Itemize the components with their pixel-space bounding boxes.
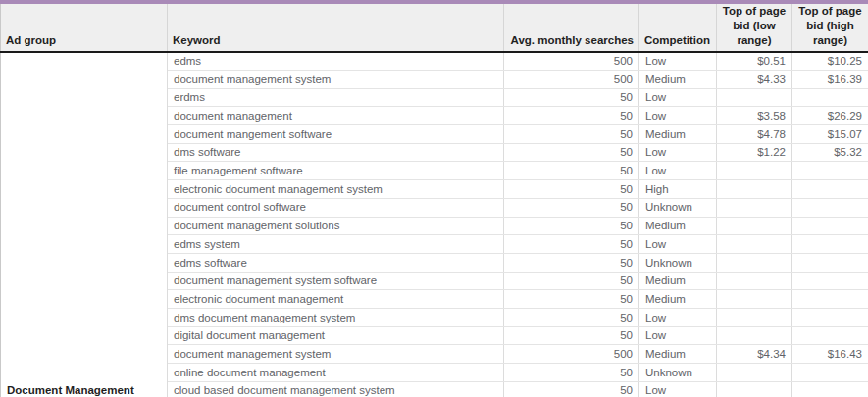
cell-bid-high[interactable]: $16.43 bbox=[792, 345, 868, 364]
cell-keyword[interactable]: document management solutions bbox=[168, 217, 504, 235]
cell-bid-low[interactable]: $4.78 bbox=[717, 125, 792, 144]
cell-bid-low[interactable] bbox=[717, 253, 792, 272]
cell-ad-group[interactable] bbox=[1, 308, 168, 326]
cell-keyword[interactable]: document mangement software bbox=[168, 125, 504, 144]
cell-competition[interactable]: Low bbox=[639, 235, 717, 254]
cell-avg-monthly-searches[interactable]: 500 bbox=[504, 71, 639, 89]
cell-bid-low[interactable]: $0.51 bbox=[717, 52, 792, 71]
cell-ad-group[interactable] bbox=[1, 180, 168, 199]
cell-competition[interactable]: Low bbox=[639, 381, 717, 397]
cell-ad-group[interactable] bbox=[1, 71, 168, 89]
cell-bid-low[interactable] bbox=[717, 217, 792, 235]
cell-competition[interactable]: Low bbox=[639, 52, 717, 71]
cell-bid-high[interactable] bbox=[792, 88, 868, 107]
cell-ad-group[interactable] bbox=[1, 345, 168, 364]
cell-avg-monthly-searches[interactable]: 50 bbox=[504, 180, 639, 199]
cell-bid-high[interactable]: $16.39 bbox=[792, 71, 868, 89]
cell-competition[interactable]: Medium bbox=[639, 272, 717, 290]
cell-bid-high[interactable] bbox=[792, 198, 868, 217]
cell-bid-low[interactable] bbox=[717, 198, 792, 217]
cell-competition[interactable]: Low bbox=[639, 308, 717, 326]
cell-ad-group[interactable] bbox=[1, 217, 168, 235]
cell-bid-low[interactable] bbox=[717, 290, 792, 309]
cell-keyword[interactable]: document management system bbox=[168, 345, 504, 364]
cell-ad-group[interactable] bbox=[1, 88, 168, 107]
cell-bid-low[interactable] bbox=[717, 308, 792, 326]
cell-keyword[interactable]: edms system bbox=[168, 235, 504, 254]
column-header-bid-low[interactable]: Top of page bid (low range) bbox=[717, 4, 792, 52]
cell-bid-high[interactable] bbox=[792, 217, 868, 235]
cell-bid-low[interactable]: $4.33 bbox=[717, 71, 792, 89]
cell-keyword[interactable]: dms software bbox=[168, 143, 504, 162]
cell-avg-monthly-searches[interactable]: 50 bbox=[504, 143, 639, 162]
cell-avg-monthly-searches[interactable]: 50 bbox=[504, 198, 639, 217]
cell-avg-monthly-searches[interactable]: 50 bbox=[504, 162, 639, 180]
cell-competition[interactable]: High bbox=[639, 180, 717, 199]
cell-competition[interactable]: Unknown bbox=[639, 198, 717, 217]
cell-competition[interactable]: Unknown bbox=[639, 364, 717, 382]
cell-competition[interactable]: Low bbox=[639, 107, 717, 125]
cell-bid-high[interactable] bbox=[792, 235, 868, 254]
cell-avg-monthly-searches[interactable]: 50 bbox=[504, 253, 639, 272]
column-header-bid-high[interactable]: Top of page bid (high range) bbox=[792, 4, 868, 52]
cell-keyword[interactable]: document management bbox=[168, 107, 504, 125]
cell-competition[interactable]: Low bbox=[639, 162, 717, 180]
cell-bid-high[interactable] bbox=[792, 308, 868, 326]
cell-ad-group[interactable] bbox=[1, 162, 168, 180]
cell-competition[interactable]: Low bbox=[639, 326, 717, 345]
cell-bid-high[interactable] bbox=[792, 180, 868, 199]
cell-ad-group[interactable] bbox=[1, 326, 168, 345]
cell-bid-low[interactable]: $3.58 bbox=[717, 107, 792, 125]
cell-bid-low[interactable] bbox=[717, 235, 792, 254]
cell-avg-monthly-searches[interactable]: 50 bbox=[504, 107, 639, 125]
cell-avg-monthly-searches[interactable]: 50 bbox=[504, 125, 639, 144]
cell-competition[interactable]: Medium bbox=[639, 290, 717, 309]
cell-bid-low[interactable] bbox=[717, 88, 792, 107]
cell-competition[interactable]: Medium bbox=[639, 345, 717, 364]
cell-bid-low[interactable]: $4.34 bbox=[717, 345, 792, 364]
cell-keyword[interactable]: digital document management bbox=[168, 326, 504, 345]
cell-bid-high[interactable] bbox=[792, 253, 868, 272]
cell-ad-group[interactable] bbox=[1, 272, 168, 290]
cell-keyword[interactable]: erdms bbox=[168, 88, 504, 107]
cell-competition[interactable]: Low bbox=[639, 88, 717, 107]
cell-bid-low[interactable] bbox=[717, 364, 792, 382]
cell-avg-monthly-searches[interactable]: 500 bbox=[504, 345, 639, 364]
cell-avg-monthly-searches[interactable]: 50 bbox=[504, 381, 639, 397]
cell-competition[interactable]: Medium bbox=[639, 71, 717, 89]
cell-keyword[interactable]: document control software bbox=[168, 198, 504, 217]
cell-keyword[interactable]: edms bbox=[168, 52, 504, 71]
cell-keyword[interactable]: edms software bbox=[168, 253, 504, 272]
cell-competition[interactable]: Medium bbox=[639, 217, 717, 235]
cell-bid-low[interactable] bbox=[717, 326, 792, 345]
cell-keyword[interactable]: document management system bbox=[168, 71, 504, 89]
cell-avg-monthly-searches[interactable]: 50 bbox=[504, 364, 639, 382]
cell-avg-monthly-searches[interactable]: 50 bbox=[504, 326, 639, 345]
cell-avg-monthly-searches[interactable]: 50 bbox=[504, 217, 639, 235]
cell-ad-group[interactable] bbox=[1, 364, 168, 382]
cell-competition[interactable]: Low bbox=[639, 143, 717, 162]
cell-bid-high[interactable] bbox=[792, 364, 868, 382]
column-header-keyword[interactable]: Keyword bbox=[168, 4, 504, 52]
cell-bid-high[interactable]: $5.32 bbox=[792, 143, 868, 162]
cell-bid-high[interactable] bbox=[792, 381, 868, 397]
cell-keyword[interactable]: document management system software bbox=[168, 272, 504, 290]
cell-competition[interactable]: Unknown bbox=[639, 253, 717, 272]
column-header-ad-group[interactable]: Ad group bbox=[1, 4, 168, 52]
cell-avg-monthly-searches[interactable]: 500 bbox=[504, 52, 639, 71]
cell-bid-low[interactable] bbox=[717, 381, 792, 397]
cell-ad-group[interactable]: Document Management bbox=[1, 381, 168, 397]
cell-bid-low[interactable] bbox=[717, 162, 792, 180]
cell-ad-group[interactable] bbox=[1, 198, 168, 217]
cell-ad-group[interactable] bbox=[1, 290, 168, 309]
cell-ad-group[interactable] bbox=[1, 143, 168, 162]
cell-bid-high[interactable] bbox=[792, 162, 868, 180]
cell-competition[interactable]: Medium bbox=[639, 125, 717, 144]
cell-bid-high[interactable] bbox=[792, 290, 868, 309]
cell-ad-group[interactable] bbox=[1, 235, 168, 254]
cell-avg-monthly-searches[interactable]: 50 bbox=[504, 290, 639, 309]
cell-keyword[interactable]: file management software bbox=[168, 162, 504, 180]
cell-keyword[interactable]: dms document management system bbox=[168, 308, 504, 326]
cell-keyword[interactable]: electronic document management bbox=[168, 290, 504, 309]
cell-keyword[interactable]: online document management bbox=[168, 364, 504, 382]
